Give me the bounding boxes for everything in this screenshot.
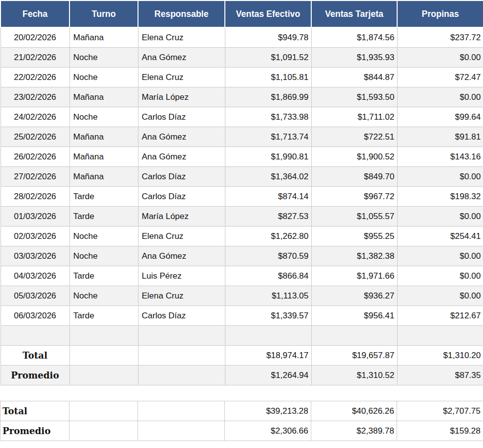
cell-efectivo[interactable]: $1,990.81 [225,147,311,167]
cell-propinas[interactable]: $0.00 [397,286,483,306]
cell-fecha[interactable]: 06/03/2026 [0,306,69,326]
cell-fecha[interactable]: 25/02/2026 [0,127,69,147]
cell-tarjeta[interactable]: $1,874.56 [311,27,397,48]
column-header-ventas-efectivo[interactable]: Ventas Efectivo [225,0,311,27]
cell-propinas[interactable]: $0.00 [397,207,483,226]
cell-responsable[interactable]: Ana Gómez [138,127,225,147]
cell-efectivo[interactable]: $949.78 [225,27,311,48]
cell-responsable[interactable]: Carlos Díaz [138,107,225,127]
cell-efectivo[interactable]: $1,113.05 [225,286,311,306]
cell-efectivo[interactable]: $1,733.98 [225,107,311,127]
cell-propinas[interactable]: $91.81 [397,127,483,147]
cell-responsable[interactable]: María López [138,207,225,226]
cell-responsable[interactable]: Carlos Díaz [138,187,225,207]
cell-empty[interactable] [311,326,397,346]
cell-fecha[interactable]: 04/03/2026 [0,266,69,286]
cell-turno[interactable]: Mañana [69,147,138,167]
cell-empty[interactable] [138,346,225,366]
cell-responsable[interactable]: Elena Cruz [138,286,225,306]
cell-efectivo[interactable]: $1,091.52 [225,48,311,68]
grand-total-label[interactable]: Total [0,401,69,421]
cell-turno[interactable]: Mañana [69,127,138,147]
cell-efectivo[interactable]: $1,262.80 [225,226,311,246]
cell-responsable[interactable]: Carlos Díaz [138,306,225,326]
cell-fecha[interactable]: 28/02/2026 [0,187,69,207]
cell-efectivo[interactable]: $1,869.99 [225,87,311,107]
cell-responsable[interactable]: Ana Gómez [138,48,225,68]
cell-empty[interactable] [225,326,311,346]
cell-turno[interactable]: Tarde [69,306,138,326]
cell-empty[interactable] [69,366,138,385]
cell-fecha[interactable]: 01/03/2026 [0,207,69,226]
cell-fecha[interactable]: 22/02/2026 [0,68,69,87]
promedio-propinas[interactable]: $87.35 [397,366,483,385]
grand-promedio-tarjeta[interactable]: $2,389.78 [311,421,397,441]
cell-turno[interactable]: Tarde [69,187,138,207]
cell-efectivo[interactable]: $874.14 [225,187,311,207]
cell-fecha[interactable]: 23/02/2026 [0,87,69,107]
cell-tarjeta[interactable]: $1,593.50 [311,87,397,107]
cell-propinas[interactable]: $0.00 [397,246,483,266]
cell-empty[interactable] [69,401,138,421]
cell-efectivo[interactable]: $866.84 [225,266,311,286]
cell-propinas[interactable]: $0.00 [397,167,483,187]
cell-propinas[interactable]: $198.32 [397,187,483,207]
total-efectivo[interactable]: $18,974.17 [225,346,311,366]
cell-responsable[interactable]: Elena Cruz [138,68,225,87]
cell-fecha[interactable]: 26/02/2026 [0,147,69,167]
cell-tarjeta[interactable]: $844.87 [311,68,397,87]
cell-tarjeta[interactable]: $1,971.66 [311,266,397,286]
cell-responsable[interactable]: María López [138,87,225,107]
cell-empty[interactable] [69,346,138,366]
promedio-tarjeta[interactable]: $1,310.52 [311,366,397,385]
cell-fecha[interactable]: 05/03/2026 [0,286,69,306]
cell-responsable[interactable]: Carlos Díaz [138,167,225,187]
cell-empty[interactable] [397,326,483,346]
promedio-efectivo[interactable]: $1,264.94 [225,366,311,385]
cell-propinas[interactable]: $0.00 [397,87,483,107]
cell-tarjeta[interactable]: $1,711.02 [311,107,397,127]
column-header-ventas-tarjeta[interactable]: Ventas Tarjeta [311,0,397,27]
cell-responsable[interactable]: Ana Gómez [138,246,225,266]
cell-propinas[interactable]: $143.16 [397,147,483,167]
cell-empty[interactable] [69,421,138,441]
cell-propinas[interactable]: $254.41 [397,226,483,246]
cell-efectivo[interactable]: $870.59 [225,246,311,266]
cell-turno[interactable]: Noche [69,68,138,87]
cell-empty[interactable] [138,366,225,385]
column-header-propinas[interactable]: Propinas [397,0,483,27]
cell-turno[interactable]: Tarde [69,207,138,226]
total-tarjeta[interactable]: $19,657.87 [311,346,397,366]
cell-fecha[interactable]: 27/02/2026 [0,167,69,187]
total-label[interactable]: Total [0,346,69,366]
cell-efectivo[interactable]: $1,105.81 [225,68,311,87]
grand-total-efectivo[interactable]: $39,213.28 [225,401,311,421]
cell-propinas[interactable]: $0.00 [397,48,483,68]
grand-promedio-efectivo[interactable]: $2,306.66 [225,421,311,441]
cell-propinas[interactable]: $212.67 [397,306,483,326]
grand-promedio-propinas[interactable]: $159.28 [397,421,483,441]
grand-total-propinas[interactable]: $2,707.75 [397,401,483,421]
cell-propinas[interactable]: $99.64 [397,107,483,127]
cell-tarjeta[interactable]: $967.72 [311,187,397,207]
cell-turno[interactable]: Noche [69,246,138,266]
cell-propinas[interactable]: $237.72 [397,27,483,48]
cell-tarjeta[interactable]: $1,900.52 [311,147,397,167]
cell-efectivo[interactable]: $1,339.57 [225,306,311,326]
cell-fecha[interactable]: 21/02/2026 [0,48,69,68]
cell-tarjeta[interactable]: $849.70 [311,167,397,187]
cell-empty[interactable] [0,326,69,346]
cell-propinas[interactable]: $0.00 [397,266,483,286]
column-header-turno[interactable]: Turno [69,0,138,27]
cell-efectivo[interactable]: $1,713.74 [225,127,311,147]
cell-turno[interactable]: Mañana [69,27,138,48]
cell-responsable[interactable]: Elena Cruz [138,226,225,246]
cell-fecha[interactable]: 24/02/2026 [0,107,69,127]
cell-tarjeta[interactable]: $1,935.93 [311,48,397,68]
cell-turno[interactable]: Mañana [69,87,138,107]
cell-tarjeta[interactable]: $722.51 [311,127,397,147]
cell-empty[interactable] [138,401,225,421]
cell-propinas[interactable]: $72.47 [397,68,483,87]
cell-empty[interactable] [69,326,138,346]
promedio-label[interactable]: Promedio [0,366,69,385]
